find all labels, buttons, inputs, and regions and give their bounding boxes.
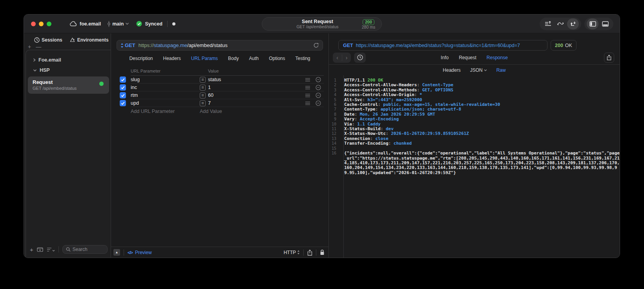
tab-options[interactable]: Options [269, 56, 285, 61]
titlebar-divider [167, 21, 168, 27]
line-number: 12 [329, 131, 341, 136]
tab-body[interactable]: Body [228, 56, 239, 61]
flow-compare-button[interactable] [555, 18, 566, 29]
tab-headers[interactable]: Headers [443, 67, 460, 73]
response-raw-view[interactable]: 1HTTP/1.1 200 OK2Access-Control-Allow-He… [329, 75, 620, 258]
line-number: 5 [329, 98, 341, 102]
resend-request-button[interactable] [313, 42, 319, 48]
param-enabled-checkbox[interactable] [120, 100, 126, 106]
request-status-pill[interactable]: Sent Request GET /api/embed/status 200 2… [262, 17, 382, 31]
response-nav-row: ‹ › InfoRequestResponse [329, 51, 620, 65]
tab-response[interactable]: Response [487, 55, 508, 60]
request-method: GET [125, 42, 135, 48]
line-number: 3 [329, 88, 341, 93]
project-menu[interactable]: foe.email [69, 21, 101, 27]
import-export-button[interactable] [567, 18, 579, 29]
tab-sessions[interactable]: Sessions [34, 37, 62, 43]
layout-left-icon [589, 21, 596, 27]
line-number: 1 [329, 78, 341, 83]
search-input[interactable]: Search [62, 245, 108, 254]
add-session-button[interactable]: + [28, 44, 31, 50]
param-value[interactable]: 60 [208, 93, 213, 98]
export-response-button[interactable] [604, 53, 614, 63]
param-reorder-handle[interactable] [303, 94, 313, 97]
tab-info[interactable]: Info [441, 55, 449, 60]
status-code-badge: 200 [363, 19, 374, 25]
remove-session-button[interactable]: — [36, 44, 41, 50]
add-param-row[interactable]: Add URL Parameter Add Value [117, 107, 324, 116]
reorder-handle-icon [305, 94, 310, 97]
history-button[interactable] [354, 53, 366, 63]
tree-item-foe-email[interactable]: Foe.email [26, 55, 111, 65]
sort-export-button[interactable] [542, 18, 554, 29]
tab-description[interactable]: Description [129, 56, 153, 61]
method-updown-icon [120, 43, 124, 48]
request-status-text: Sent Request GET /api/embed/status [262, 19, 359, 29]
param-reorder-handle[interactable] [303, 78, 313, 82]
preview-button[interactable]: </> Preview [128, 250, 152, 255]
close-window-button[interactable] [31, 22, 36, 26]
minimize-window-button[interactable] [39, 22, 44, 26]
tab-request[interactable]: Request [459, 55, 476, 60]
forward-button[interactable]: › [342, 55, 351, 61]
param-value[interactable]: 7 [208, 100, 211, 106]
protocol-selector[interactable]: HTTP [284, 250, 300, 255]
search-icon [66, 247, 71, 252]
share-icon[interactable] [307, 249, 312, 256]
param-remove-button[interactable] [313, 93, 324, 98]
check-icon [121, 78, 125, 82]
tab-json[interactable]: JSON [470, 67, 487, 73]
toggle-left-sidebar-button[interactable] [587, 18, 598, 29]
request-status-subtitle: GET /api/embed/status [275, 24, 359, 29]
updown-icon [297, 250, 300, 254]
footer-divider [303, 249, 304, 256]
sync-label: Synced [145, 21, 162, 27]
param-enabled-checkbox[interactable] [120, 84, 126, 91]
param-name[interactable]: upd [131, 100, 200, 106]
new-folder-icon[interactable] [37, 247, 43, 252]
unsaved-indicator-dot [172, 22, 175, 25]
tab-auth[interactable]: Auth [249, 56, 259, 61]
sent-request-url[interactable]: GET https://statuspage.me/api/embed/stat… [338, 40, 547, 51]
param-remove-button[interactable] [313, 77, 324, 82]
param-value[interactable]: status [208, 77, 221, 82]
sync-status[interactable]: Synced [136, 21, 162, 27]
zoom-window-button[interactable] [47, 22, 51, 26]
equals-icon: = [200, 77, 206, 83]
response-subtabs: HeadersJSONRaw [329, 65, 620, 75]
tab-headers[interactable]: Headers [163, 56, 181, 61]
lock-icon[interactable] [320, 249, 325, 255]
tab-testing[interactable]: Testing [296, 56, 310, 61]
toggle-bottom-panel-button[interactable] [599, 18, 611, 29]
equals-icon: = [200, 85, 206, 91]
toolbar-divider [58, 246, 59, 253]
param-name[interactable]: slug [131, 77, 200, 82]
tree-item-hsp[interactable]: HSP [26, 65, 111, 75]
param-reorder-handle[interactable] [303, 102, 313, 105]
param-value[interactable]: 1 [208, 85, 211, 90]
add-request-button[interactable]: + [30, 246, 33, 253]
tab-environments[interactable]: Environments [69, 37, 109, 43]
request-tools-group [540, 18, 581, 30]
param-enabled-checkbox[interactable] [120, 92, 126, 98]
tab-url-params[interactable]: URL Params [191, 56, 218, 61]
param-remove-button[interactable] [313, 85, 324, 90]
back-button[interactable]: ‹ [333, 55, 342, 61]
line-number: 14 [329, 141, 341, 146]
param-name[interactable]: inc [131, 85, 200, 90]
list-options-button[interactable] [47, 247, 55, 252]
expand-panel-button[interactable]: ▲ [113, 249, 120, 256]
layout-bottom-icon [602, 21, 609, 27]
clock-icon [357, 55, 363, 60]
request-list-item-selected[interactable]: Request GET /api/embed/status [28, 76, 109, 94]
sidebar: Sessions Environments + — Foe. [24, 33, 111, 258]
request-url-bar[interactable]: GET https://statuspage.me/api/embed/stat… [117, 40, 323, 51]
tab-raw[interactable]: Raw [496, 67, 506, 73]
url-host: statuspage.me [154, 42, 187, 48]
param-name[interactable]: rtm [131, 93, 200, 98]
line-number: 2 [329, 83, 341, 87]
param-remove-button[interactable] [313, 100, 324, 106]
param-reorder-handle[interactable] [303, 86, 313, 89]
param-enabled-checkbox[interactable] [120, 76, 126, 83]
branch-selector[interactable]: main [107, 21, 129, 27]
